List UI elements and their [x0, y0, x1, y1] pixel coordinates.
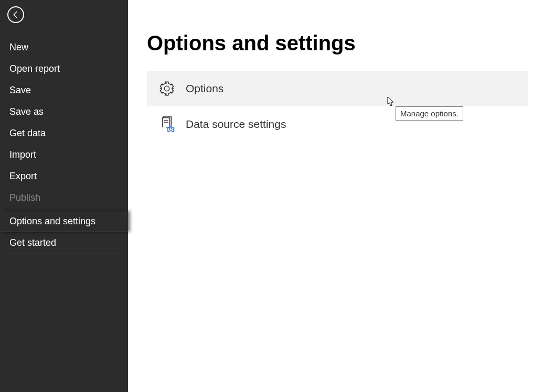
sidebar-item-label: Open report — [9, 63, 60, 74]
data-source-settings-icon — [158, 116, 175, 133]
back-button[interactable] — [7, 6, 24, 23]
sidebar-item-new[interactable]: New — [0, 37, 128, 58]
sidebar-list: New Open report Save Save as Get data Im… — [0, 37, 128, 254]
sidebar-item-label: Save as — [9, 106, 44, 117]
sidebar-item-label: Get started — [9, 237, 56, 248]
sidebar: New Open report Save Save as Get data Im… — [0, 0, 128, 392]
sidebar-item-label: Save — [9, 85, 31, 95]
sidebar-item-label: New — [9, 42, 28, 52]
sidebar-item-label: Import — [9, 149, 36, 160]
sidebar-item-get-data[interactable]: Get data — [0, 123, 128, 144]
option-row-data-source-settings[interactable]: Data source settings — [147, 106, 528, 142]
sidebar-item-label: Publish — [9, 192, 40, 203]
sidebar-item-save-as[interactable]: Save as — [0, 101, 128, 123]
option-row-options[interactable]: Options — [147, 71, 528, 106]
sidebar-item-label: Get data — [9, 128, 46, 138]
svg-point-3 — [169, 128, 172, 130]
sidebar-item-open-report[interactable]: Open report — [0, 58, 128, 80]
svg-point-0 — [164, 86, 169, 91]
sidebar-item-publish: Publish — [0, 187, 128, 209]
back-arrow-icon — [11, 10, 20, 19]
option-label: Data source settings — [186, 118, 286, 130]
sidebar-item-options-and-settings[interactable]: Options and settings — [0, 211, 128, 232]
page-title: Options and settings — [147, 31, 528, 55]
sidebar-item-label: Options and settings — [9, 216, 95, 226]
sidebar-item-get-started[interactable]: Get started — [9, 232, 119, 254]
sidebar-item-import[interactable]: Import — [0, 144, 128, 166]
gear-icon — [158, 80, 175, 97]
option-label: Options — [186, 82, 223, 95]
sidebar-item-save[interactable]: Save — [0, 80, 128, 101]
sidebar-item-export[interactable]: Export — [0, 166, 128, 187]
main-content: Options and settings Options D — [128, 0, 544, 392]
sidebar-item-label: Export — [9, 171, 37, 181]
